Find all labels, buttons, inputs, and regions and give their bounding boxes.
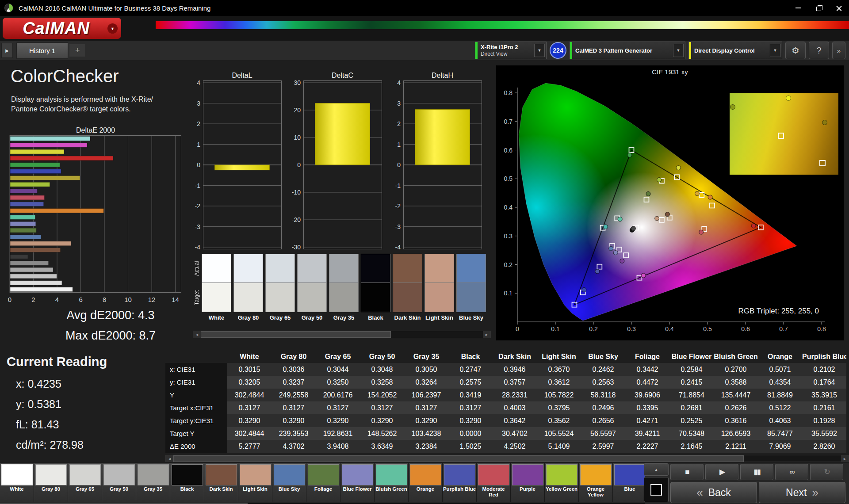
refresh-button[interactable]: ↻	[810, 464, 843, 480]
table-corner	[165, 350, 227, 363]
next-button[interactable]: Next »	[759, 482, 845, 503]
table-cell: 7.9069	[758, 440, 802, 453]
svg-text:3: 3	[397, 100, 401, 107]
scrollbar-thumb[interactable]	[201, 331, 391, 338]
patch-dark-skin[interactable]: Dark Skin	[204, 463, 238, 502]
svg-text:0.6: 0.6	[504, 147, 513, 154]
scroll-left-icon[interactable]: ◄	[166, 455, 173, 462]
maximize-icon	[816, 7, 821, 11]
patch-yellow-green[interactable]: Yellow Green	[545, 463, 579, 502]
swatch-label: Gray 65	[265, 314, 295, 321]
table-cell: 0.3127	[272, 401, 316, 414]
pause-button[interactable]: ▮▮	[740, 464, 773, 480]
stop-button[interactable]: ■	[670, 464, 704, 480]
display-control-selector[interactable]: Direct Display Control ▼	[688, 42, 782, 59]
table-cell: 1.5025	[448, 440, 493, 453]
compare-scrollbar[interactable]: ◄ ►	[193, 331, 491, 338]
svg-text:0: 0	[8, 296, 11, 303]
svg-text:-3: -3	[195, 223, 201, 230]
logo-dropdown-icon[interactable]: ▼	[107, 23, 118, 34]
meter-selector[interactable]: X-Rite i1Pro 2 Direct View ▼	[475, 42, 547, 59]
scroll-right-icon[interactable]: ►	[841, 455, 849, 462]
table-cell: 239.3553	[272, 427, 316, 440]
maximize-button[interactable]	[808, 0, 829, 16]
back-button[interactable]: « Back	[670, 482, 757, 503]
patch-color	[546, 464, 577, 485]
calman-window: CalMAN 2016 CalMAN Ultimate for Business…	[0, 0, 849, 504]
tab-scroll-button[interactable]: ▶	[1, 43, 13, 58]
table-col-header: Blue Flower	[669, 350, 714, 363]
patch-orange-yellow[interactable]: Orange Yellow	[579, 463, 613, 502]
scroll-right-icon[interactable]: ►	[483, 331, 490, 338]
navigation-row: « Back Next »	[670, 482, 845, 503]
patch-black[interactable]: Black	[170, 463, 204, 502]
patch-light-skin[interactable]: Light Skin	[238, 463, 272, 502]
table-cell: 5.2777	[227, 440, 272, 453]
max-de2000: Max dE2000: 8.7	[18, 329, 203, 343]
patch-color	[172, 464, 203, 485]
meter-status-bar	[475, 42, 478, 59]
window-title: CalMAN 2016 CalMAN Ultimate for Business…	[19, 4, 210, 12]
patch-purplish-blue[interactable]: Purplish Blue	[443, 463, 477, 502]
target-swatch	[456, 283, 486, 312]
current-patch-button[interactable]	[644, 477, 669, 502]
table-cell: 0.3015	[227, 363, 272, 376]
colorchecker-table-wrap: WhiteGray 80Gray 65Gray 50Gray 35BlackDa…	[165, 350, 849, 454]
table-cell: 81.8849	[758, 389, 802, 401]
scroll-left-icon[interactable]: ◄	[193, 331, 201, 338]
tab-history-1[interactable]: History 1	[16, 42, 68, 59]
patch-blue[interactable]: Blue	[613, 463, 645, 502]
patch-blue-sky[interactable]: Blue Sky	[272, 463, 306, 502]
table-cell: 0.3795	[537, 401, 581, 414]
chevron-down-icon[interactable]: ▼	[534, 44, 545, 57]
panel-toggle-icon: »	[837, 47, 841, 54]
close-button[interactable]	[829, 0, 849, 16]
patch-label: Bluish Green	[375, 486, 407, 492]
patch-moderate-red[interactable]: Moderate Red	[477, 463, 511, 502]
settings-button[interactable]: ⚙	[785, 42, 806, 59]
swatch-expand-button[interactable]: ▲	[644, 463, 669, 476]
table-col-header: Blue Sky	[581, 350, 625, 363]
calman-menu-button[interactable]: CalMAN ▼	[3, 18, 121, 39]
minimize-button[interactable]	[788, 0, 808, 16]
swatch-label: Dark Skin	[393, 314, 422, 321]
patch-white[interactable]: White	[0, 463, 34, 502]
tab-label: History 1	[29, 47, 55, 54]
patch-purple[interactable]: Purple	[511, 463, 545, 502]
play-button[interactable]: ▶	[705, 464, 738, 480]
patch-bluish-green[interactable]: Bluish Green	[375, 463, 409, 502]
help-button[interactable]: ?	[809, 42, 829, 59]
table-cell: 85.7477	[758, 427, 802, 440]
table-col-header: Purplish Blue	[802, 350, 846, 363]
inset-target-square	[778, 133, 784, 139]
table-cell: 39.4211	[625, 427, 669, 440]
pattern-generator-selector[interactable]: CalMED 3 Pattern Generator ▼	[570, 42, 685, 59]
scrollbar-thumb[interactable]	[173, 455, 744, 462]
table-cell: 4.2502	[493, 440, 537, 453]
patch-gray-80[interactable]: Gray 80	[34, 463, 68, 502]
svg-text:30: 30	[294, 79, 301, 86]
add-tab-button[interactable]: +	[69, 44, 86, 57]
patch-gray-50[interactable]: Gray 50	[102, 463, 136, 502]
chevron-down-icon[interactable]: ▼	[673, 44, 684, 57]
patch-gray-35[interactable]: Gray 35	[136, 463, 170, 502]
patch-orange[interactable]: Orange	[409, 463, 443, 502]
patch-label: Gray 50	[110, 486, 128, 492]
patch-blue-flower[interactable]: Blue Flower	[340, 463, 375, 502]
patch-color	[308, 464, 339, 485]
pattern-name: CalMED 3 Pattern Generator	[575, 47, 652, 54]
actual-swatch	[265, 254, 295, 283]
table-cell: 0.3757	[493, 376, 537, 389]
table-scrollbar[interactable]: ◄ ►	[165, 455, 849, 462]
loop-button[interactable]: ∞	[775, 464, 808, 480]
chevron-down-icon[interactable]: ▼	[770, 44, 780, 57]
svg-text:0.3: 0.3	[627, 325, 636, 332]
patch-foliage[interactable]: Foliage	[306, 463, 340, 502]
patch-gray-65[interactable]: Gray 65	[68, 463, 102, 502]
actual-swatch	[297, 254, 327, 283]
panel-toggle-button[interactable]: »	[832, 42, 845, 59]
svg-text:-4: -4	[195, 244, 201, 251]
patch-label: Blue	[624, 486, 635, 492]
reading-cdm2: cd/m²: 278.98	[16, 439, 84, 451]
table-cell: 0.3290	[316, 414, 360, 427]
